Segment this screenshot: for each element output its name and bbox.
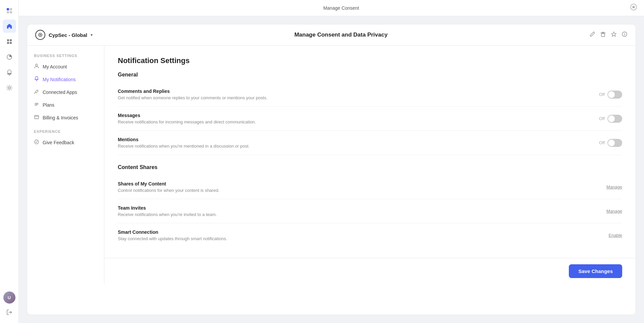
edit-icon[interactable] bbox=[589, 31, 595, 39]
notif-info-team-invites: Team Invites Receive notifications when … bbox=[118, 205, 606, 217]
svg-point-28 bbox=[35, 140, 39, 144]
svg-point-15 bbox=[40, 34, 41, 36]
toggle-wrap-comments: Off bbox=[599, 91, 622, 99]
svg-rect-16 bbox=[601, 34, 605, 37]
info-icon[interactable] bbox=[622, 31, 628, 39]
svg-point-10 bbox=[8, 87, 10, 89]
svg-marker-17 bbox=[611, 32, 616, 37]
notif-desc-shares: Control notifications for when your cont… bbox=[118, 188, 606, 193]
toggle-comments[interactable] bbox=[607, 91, 622, 99]
toggle-wrap-messages: Off bbox=[599, 115, 622, 123]
rail-gear-icon[interactable] bbox=[3, 81, 16, 95]
notif-title-team-invites: Team Invites bbox=[118, 205, 606, 211]
notif-row-comments: Comments and Replies Get notified when s… bbox=[118, 83, 622, 107]
notif-desc-team-invites: Receive notifications when you're invite… bbox=[118, 212, 606, 217]
connected-apps-icon bbox=[34, 89, 39, 96]
sidebar-item-give-feedback-label: Give Feedback bbox=[43, 140, 74, 145]
account-icon bbox=[34, 63, 39, 70]
notif-row-messages: Messages Receive notifications for incom… bbox=[118, 107, 622, 131]
notif-row-shares: Shares of My Content Control notificatio… bbox=[118, 175, 622, 199]
experience-label: EXPERIENCE bbox=[27, 124, 104, 136]
svg-marker-13 bbox=[632, 5, 635, 9]
notif-info-messages: Messages Receive notifications for incom… bbox=[118, 113, 599, 124]
action-link-team-invites[interactable]: Manage bbox=[606, 209, 622, 214]
svg-rect-6 bbox=[7, 42, 9, 44]
notifications-icon bbox=[34, 76, 39, 83]
org-selector[interactable]: CypSec - Global ▾ bbox=[35, 30, 93, 40]
sidebar-item-plans[interactable]: Plans bbox=[27, 99, 104, 111]
sidebar-item-billing-invoices-label: Billing & Invoices bbox=[43, 115, 78, 120]
topbar-star-icon[interactable] bbox=[630, 3, 637, 12]
plans-icon bbox=[34, 102, 39, 108]
sidebar-item-connected-apps[interactable]: Connected Apps bbox=[27, 86, 104, 99]
toggle-messages[interactable] bbox=[607, 115, 622, 123]
notif-desc-comments: Get notified when someone replies to you… bbox=[118, 95, 599, 100]
sidebar-item-my-notifications-label: My Notifications bbox=[43, 77, 76, 82]
rail-avatar[interactable]: U bbox=[3, 291, 15, 304]
notif-desc-smart-connection: Stay connected with updates through smar… bbox=[118, 236, 609, 241]
notif-row-mentions: Mentions Receive notifications when you'… bbox=[118, 131, 622, 155]
sidebar-item-plans-label: Plans bbox=[43, 102, 54, 108]
content-shares-title: Content Shares bbox=[118, 164, 622, 170]
svg-rect-26 bbox=[35, 115, 39, 119]
billing-icon bbox=[34, 114, 39, 121]
sidebar-item-billing-invoices[interactable]: Billing & Invoices bbox=[27, 111, 104, 124]
svg-point-20 bbox=[624, 33, 625, 33]
svg-rect-4 bbox=[7, 39, 9, 41]
notif-title-mentions: Mentions bbox=[118, 137, 599, 142]
card-header: CypSec - Global ▾ Manage Consent and Dat… bbox=[27, 24, 636, 46]
svg-rect-3 bbox=[10, 11, 12, 13]
card-body: BUSINESS SETTINGS My Account My Notifica… bbox=[27, 46, 636, 284]
main-content-wrapper: Notification Settings General Comments a… bbox=[104, 46, 636, 284]
content-shares-section: Content Shares Shares of My Content Cont… bbox=[118, 164, 622, 247]
toggle-wrap-mentions: Off bbox=[599, 139, 622, 147]
rail-home-icon[interactable] bbox=[3, 19, 16, 33]
svg-rect-0 bbox=[7, 8, 9, 10]
icon-rail: U bbox=[0, 0, 19, 323]
notif-info-smart-connection: Smart Connection Stay connected with upd… bbox=[118, 229, 609, 241]
toggle-label-mentions: Off bbox=[599, 140, 605, 145]
notif-row-smart-connection: Smart Connection Stay connected with upd… bbox=[118, 223, 622, 247]
topbar-title: Manage Consent bbox=[323, 5, 359, 11]
notif-row-team-invites: Team Invites Receive notifications when … bbox=[118, 199, 622, 223]
svg-rect-7 bbox=[10, 42, 12, 44]
notif-title-comments: Comments and Replies bbox=[118, 89, 599, 94]
notif-title-messages: Messages bbox=[118, 113, 599, 118]
rail-chart-icon[interactable] bbox=[3, 50, 16, 64]
content-area: CypSec - Global ▾ Manage Consent and Dat… bbox=[19, 16, 644, 323]
org-logo bbox=[35, 30, 45, 40]
main-content: Notification Settings General Comments a… bbox=[104, 46, 636, 258]
main-area: Manage Consent CypSec - Global bbox=[19, 0, 644, 323]
general-section-title: General bbox=[118, 72, 622, 78]
rail-logo-icon[interactable] bbox=[3, 4, 16, 17]
settings-sidebar: BUSINESS SETTINGS My Account My Notifica… bbox=[27, 46, 104, 284]
action-link-smart-connection[interactable]: Enable bbox=[609, 233, 622, 238]
notif-desc-messages: Receive notifications for incoming messa… bbox=[118, 119, 599, 124]
notif-info-comments: Comments and Replies Get notified when s… bbox=[118, 89, 599, 100]
card-header-actions bbox=[589, 31, 628, 39]
topbar: Manage Consent bbox=[19, 0, 644, 16]
rail-grid-icon[interactable] bbox=[3, 35, 16, 48]
sidebar-item-my-notifications[interactable]: My Notifications bbox=[27, 73, 104, 86]
rail-bell-icon[interactable] bbox=[3, 66, 16, 79]
toggle-mentions[interactable] bbox=[607, 139, 622, 147]
page-title: Manage Consent and Data Privacy bbox=[294, 32, 388, 38]
sidebar-item-give-feedback[interactable]: Give Feedback bbox=[27, 136, 104, 149]
notif-info-shares: Shares of My Content Control notificatio… bbox=[118, 181, 606, 193]
notif-title-shares: Shares of My Content bbox=[118, 181, 606, 186]
delete-icon[interactable] bbox=[600, 31, 606, 39]
action-link-shares[interactable]: Manage bbox=[606, 184, 622, 190]
svg-rect-5 bbox=[10, 39, 12, 41]
sidebar-item-my-account[interactable]: My Account bbox=[27, 60, 104, 73]
notif-title-smart-connection: Smart Connection bbox=[118, 229, 609, 235]
sidebar-item-connected-apps-label: Connected Apps bbox=[43, 90, 77, 95]
svg-rect-2 bbox=[7, 11, 9, 13]
rail-logout-icon[interactable] bbox=[3, 306, 16, 319]
toggle-label-messages: Off bbox=[599, 116, 605, 121]
star-icon[interactable] bbox=[611, 31, 617, 39]
notif-info-mentions: Mentions Receive notifications when you'… bbox=[118, 137, 599, 149]
svg-point-9 bbox=[9, 75, 10, 76]
save-changes-button[interactable]: Save Changes bbox=[569, 264, 622, 278]
notification-settings-title: Notification Settings bbox=[118, 56, 622, 65]
card-footer: Save Changes bbox=[104, 258, 636, 284]
